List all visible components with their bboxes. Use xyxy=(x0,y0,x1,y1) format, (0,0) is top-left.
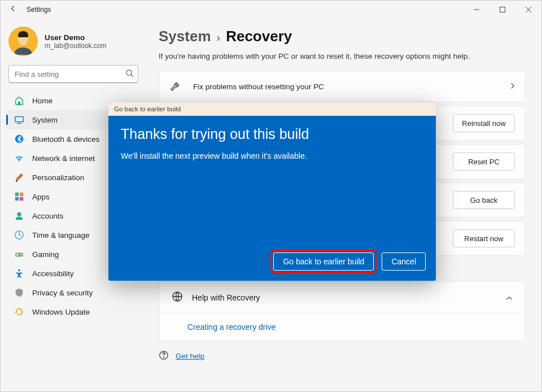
chevron-right-icon xyxy=(510,82,515,91)
shield-icon xyxy=(14,288,24,298)
help-icon xyxy=(159,350,169,362)
row-label: Help with Recovery xyxy=(192,293,260,302)
svg-point-19 xyxy=(18,269,20,272)
settings-app-window: Settings User Demo m_lab@outlook.com xyxy=(0,0,542,392)
get-help-link[interactable]: Get help xyxy=(176,352,204,360)
go-back-dialog: Go back to earlier build Thanks for tryi… xyxy=(108,102,436,281)
link-label: Creating a recovery drive xyxy=(187,323,276,332)
search-container xyxy=(8,65,138,83)
card-fix-problems[interactable]: Fix problems without resetting your PC xyxy=(159,71,526,102)
svg-point-5 xyxy=(126,70,132,75)
svg-point-15 xyxy=(17,212,21,216)
help-with-recovery-row[interactable]: Help with Recovery xyxy=(159,282,525,313)
home-icon xyxy=(14,95,24,106)
sidebar-item-label: Bluetooth & devices xyxy=(32,135,99,143)
back-arrow-button[interactable] xyxy=(5,1,21,19)
apps-icon xyxy=(14,191,24,202)
user-profile[interactable]: User Demo m_lab@outlook.com xyxy=(5,24,142,64)
system-icon xyxy=(14,115,24,125)
minimize-button[interactable] xyxy=(464,1,489,19)
cancel-button[interactable]: Cancel xyxy=(382,252,426,271)
svg-rect-11 xyxy=(15,193,19,196)
dialog-heading: Thanks for trying out this build xyxy=(121,126,423,142)
maximize-button[interactable] xyxy=(489,1,515,19)
breadcrumb-parent[interactable]: System xyxy=(159,28,211,45)
sidebar-item-label: Home xyxy=(32,97,53,105)
wrench-icon xyxy=(169,80,183,93)
sidebar-item-label: Time & language xyxy=(32,231,90,239)
profile-email: m_lab@outlook.com xyxy=(45,42,107,50)
dialog-body: Thanks for trying out this build We'll i… xyxy=(108,116,436,252)
sidebar-item-label: Personalization xyxy=(32,173,84,182)
sidebar-item-label: Privacy & security xyxy=(32,289,93,297)
dialog-button-row: Go back to earlier build Cancel xyxy=(108,252,436,281)
person-icon xyxy=(14,211,24,221)
sidebar-item-label: Network & internet xyxy=(32,154,95,163)
close-button[interactable] xyxy=(515,1,541,19)
svg-rect-14 xyxy=(20,197,23,201)
get-help-row[interactable]: Get help xyxy=(152,341,526,362)
sidebar-item-windows-update[interactable]: Windows Update xyxy=(6,302,141,321)
svg-rect-13 xyxy=(15,197,19,201)
sidebar-item-label: Apps xyxy=(32,193,50,201)
go-back-button[interactable]: Go back xyxy=(453,191,515,209)
sidebar-item-label: Windows Update xyxy=(32,308,90,316)
sidebar-item-label: Gaming xyxy=(32,250,59,259)
svg-point-18 xyxy=(21,254,22,255)
chevron-up-icon xyxy=(506,293,513,302)
restart-now-button[interactable]: Restart now xyxy=(453,229,515,247)
reinstall-now-button[interactable]: Reinstall now xyxy=(453,114,515,132)
go-back-to-earlier-build-button[interactable]: Go back to earlier build xyxy=(273,252,374,271)
wifi-icon xyxy=(14,153,24,163)
reset-pc-button[interactable]: Reset PC xyxy=(453,153,515,171)
svg-rect-1 xyxy=(500,7,505,12)
search-icon xyxy=(125,69,134,79)
avatar xyxy=(8,27,38,56)
window-title: Settings xyxy=(27,6,51,14)
accessibility-icon xyxy=(14,268,24,278)
creating-recovery-drive-link[interactable]: Creating a recovery drive xyxy=(159,313,525,341)
page-subheading: If you're having problems with your PC o… xyxy=(152,49,526,71)
window-titlebar: Settings xyxy=(1,1,541,19)
brush-icon xyxy=(14,172,24,182)
search-input[interactable] xyxy=(8,65,138,83)
breadcrumb-current: Recovery xyxy=(226,28,292,45)
clock-globe-icon xyxy=(14,230,24,240)
svg-rect-7 xyxy=(18,102,20,104)
profile-name: User Demo xyxy=(45,33,107,42)
card-title: Fix problems without resetting your PC xyxy=(193,82,324,91)
sidebar-item-label: Accounts xyxy=(32,212,64,220)
svg-line-6 xyxy=(131,75,133,77)
bluetooth-icon xyxy=(14,134,24,144)
dialog-titlebar: Go back to earlier build xyxy=(108,102,436,116)
sidebar-item-label: System xyxy=(32,116,58,124)
gamepad-icon xyxy=(14,249,24,259)
svg-rect-12 xyxy=(20,193,23,196)
related-support-card: Help with Recovery Creating a recovery d… xyxy=(159,281,526,341)
svg-rect-8 xyxy=(15,117,23,122)
dialog-text: We'll install the next preview build whe… xyxy=(121,151,423,160)
svg-point-22 xyxy=(163,357,164,358)
breadcrumb: System › Recovery xyxy=(152,24,526,49)
globe-help-icon xyxy=(172,291,183,304)
chevron-right-icon: › xyxy=(217,31,221,44)
update-icon xyxy=(14,307,24,317)
sidebar-item-label: Accessibility xyxy=(32,269,74,278)
window-controls xyxy=(464,1,541,19)
sidebar-item-privacy[interactable]: Privacy & security xyxy=(6,283,141,302)
